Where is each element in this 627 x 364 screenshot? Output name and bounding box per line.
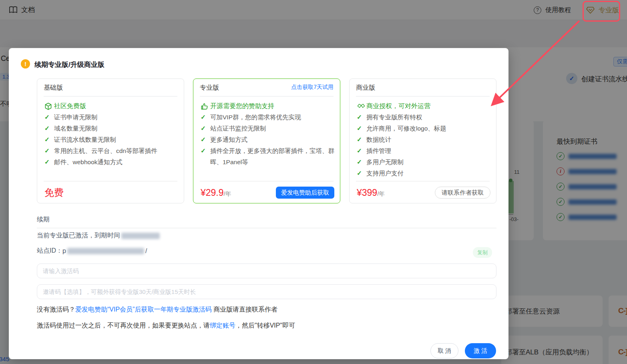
plan-price: 免费	[44, 186, 64, 199]
activation-status-text: 当前专业版已激活，到期时间	[37, 231, 120, 240]
plan-feature: 证书申请无限制	[54, 112, 98, 123]
contact-author-button[interactable]: 请联系作者获取	[435, 187, 490, 199]
plan-feature: 允许商用，可修改logo、标题	[366, 123, 446, 134]
plan-feature: 邮件、webhook通知方式	[54, 157, 123, 168]
check-icon	[357, 145, 366, 157]
plan-feature: 可加VIP群，您的需求将优先实现	[210, 112, 301, 123]
check-icon	[357, 112, 366, 123]
sponsor-vip-link[interactable]: 爱发电赞助“VIP会员”后获取一年期专业版激活码	[75, 306, 211, 313]
help-text: 没有激活码？	[37, 306, 75, 313]
help-text: 商业版请直接联系作者	[211, 306, 277, 313]
plan-feature: 拥有专业版所有特权	[366, 112, 422, 123]
plan-price: ¥29.9	[201, 187, 224, 198]
plan-feature: 数据统计	[366, 134, 391, 145]
check-icon	[357, 123, 366, 134]
check-icon	[44, 157, 54, 168]
thumbs-up-icon	[201, 101, 210, 112]
check-icon	[44, 145, 54, 157]
site-id-redacted	[67, 248, 144, 254]
check-icon	[44, 134, 54, 145]
check-icon	[201, 123, 210, 134]
plan-feature: 多用户无限制	[366, 157, 404, 168]
expiry-date-redacted	[121, 233, 160, 239]
activate-button[interactable]: 激 活	[465, 343, 496, 358]
divider	[200, 181, 334, 181]
divider	[44, 181, 177, 181]
plan-price-unit: /年	[224, 190, 231, 197]
plan-feature: 插件管理	[366, 145, 391, 157]
check-icon	[357, 157, 366, 168]
plan-name: 基础版	[44, 84, 63, 92]
plan-highlight: 社区免费版	[54, 101, 86, 112]
site-id-prefix: p	[62, 247, 66, 255]
plan-feature: 更多通知方式	[210, 134, 247, 145]
check-icon	[201, 134, 210, 145]
cancel-button[interactable]: 取 消	[430, 343, 458, 358]
help-text: ，然后"转移VIP"即可	[235, 322, 295, 329]
plan-feature: 站点证书监控无限制	[210, 123, 266, 134]
copy-button[interactable]: 复制	[473, 247, 492, 258]
dialog-title: 续期专业版/升级商业版	[34, 60, 104, 69]
cube-icon	[44, 101, 54, 112]
plan-feature: 证书流水线数量无限制	[54, 134, 116, 145]
activation-status-line: 当前专业版已激活，到期时间	[37, 231, 161, 240]
activation-code-input[interactable]	[37, 263, 496, 278]
plan-highlight: 商业授权，可对外运营	[366, 101, 430, 112]
plan-highlight: 开源需要您的赞助支持	[210, 101, 274, 112]
no-code-help-line: 没有激活码？爱发电赞助“VIP会员”后获取一年期专业版激活码 商业版请直接联系作…	[37, 306, 277, 314]
plan-feature: 域名数量无限制	[54, 123, 98, 134]
plan-price-unit: /年	[377, 190, 385, 197]
site-id-suffix: /	[145, 247, 147, 255]
annotation-highlight-box	[583, 1, 620, 22]
plan-name: 专业版	[200, 84, 219, 92]
check-icon	[357, 134, 366, 145]
sponsor-get-button[interactable]: 爱发电赞助后获取	[276, 187, 334, 199]
check-icon	[357, 168, 366, 179]
check-icon	[201, 112, 210, 123]
check-icon	[44, 112, 54, 123]
plan-feature: 支持用户支付	[366, 168, 404, 179]
upgrade-renew-dialog: 续期专业版/升级商业版 基础版 社区免费版 证书申请无限制 域名数量无限制 证书…	[9, 48, 508, 359]
plan-price: ¥399	[357, 187, 377, 198]
plan-name: 商业版	[356, 84, 375, 92]
renew-section-title: 续期	[37, 215, 496, 228]
trial-link[interactable]: 点击获取7天试用	[291, 84, 334, 91]
plan-feature: 插件全开放，更多强大的部署插件，宝塔、群晖、1Panel等	[210, 145, 335, 168]
divider	[356, 181, 490, 181]
site-id-line: 站点ID： p /	[37, 247, 147, 255]
bind-account-link[interactable]: 绑定账号	[210, 322, 235, 329]
check-icon	[44, 123, 54, 134]
plan-feature: 常用的主机、云平台、cdn等部署插件	[54, 145, 157, 157]
handshake-icon	[357, 101, 366, 112]
help-text: 激活码使用过一次之后，不可再次使用，如果要更换站点，请	[37, 322, 210, 329]
check-icon	[201, 145, 210, 168]
plan-card-pro: 专业版 点击获取7天试用 开源需要您的赞助支持 可加VIP群，您的需求将优先实现…	[193, 78, 340, 203]
warning-icon	[21, 59, 30, 68]
site-id-label: 站点ID：	[37, 247, 62, 255]
invite-code-input[interactable]	[37, 284, 496, 299]
code-usage-help-line: 激活码使用过一次之后，不可再次使用，如果要更换站点，请绑定账号，然后"转移VIP…	[37, 322, 295, 330]
plan-card-basic: 基础版 社区免费版 证书申请无限制 域名数量无限制 证书流水线数量无限制 常用的…	[37, 78, 184, 203]
plan-card-business: 商业版 商业授权，可对外运营 拥有专业版所有特权 允许商用，可修改logo、标题…	[349, 78, 496, 203]
